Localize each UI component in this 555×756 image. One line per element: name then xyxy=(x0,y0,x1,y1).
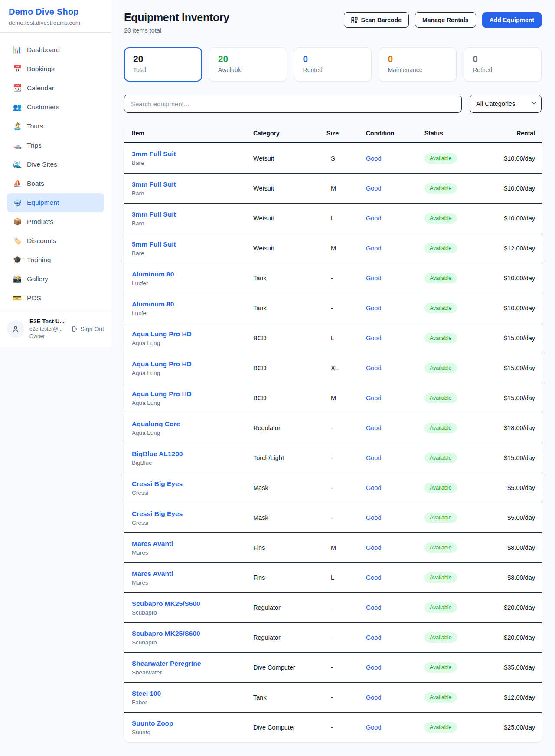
sidebar-item-pos[interactable]: 💳 POS xyxy=(7,289,104,308)
category-select[interactable]: All Categories xyxy=(470,95,542,113)
item-name-link[interactable]: 3mm Full Suit xyxy=(132,150,176,158)
condition-link[interactable]: Good xyxy=(366,604,381,611)
item-brand: Bare xyxy=(132,250,253,256)
category-cell: BCD xyxy=(253,335,320,342)
condition-link[interactable]: Good xyxy=(366,275,381,282)
condition-link[interactable]: Good xyxy=(366,484,381,491)
sidebar-item-dive-sites[interactable]: 🌊 Dive Sites xyxy=(7,155,104,174)
condition-link[interactable]: Good xyxy=(366,424,381,431)
stat-card-maintenance[interactable]: 0 Maintenance xyxy=(379,47,457,82)
sidebar-item-bookings[interactable]: 📅 Bookings xyxy=(7,59,104,79)
status-badge: Available xyxy=(424,423,457,433)
sidebar-item-calendar[interactable]: 📆 Calendar xyxy=(7,79,104,98)
status-badge: Available xyxy=(424,483,457,493)
col-header-category: Category xyxy=(253,130,320,137)
item-name-link[interactable]: Shearwater Peregrine xyxy=(132,660,201,667)
item-brand: BigBlue xyxy=(132,460,253,466)
status-cell: Available xyxy=(424,393,496,403)
item-name-link[interactable]: Scubapro MK25/S600 xyxy=(132,630,200,637)
user-email: e2e-tester@... xyxy=(29,326,67,332)
item-name-link[interactable]: BigBlue AL1200 xyxy=(132,450,183,457)
stat-card-retired[interactable]: 0 Retired xyxy=(464,47,542,82)
sidebar-item-gallery[interactable]: 📸 Gallery xyxy=(7,270,104,289)
condition-link[interactable]: Good xyxy=(366,544,381,551)
sidebar-item-tours[interactable]: 🏝️ Tours xyxy=(7,117,104,136)
size-cell: - xyxy=(320,484,366,491)
item-name-link[interactable]: 3mm Full Suit xyxy=(132,210,176,218)
item-brand: Aqua Lung xyxy=(132,370,253,376)
item-name-link[interactable]: Aqualung Core xyxy=(132,420,180,427)
condition-link[interactable]: Good xyxy=(366,185,381,192)
size-cell: L xyxy=(320,215,366,222)
stat-card-total[interactable]: 20 Total xyxy=(124,47,202,82)
item-name-link[interactable]: Mares Avanti xyxy=(132,570,173,577)
status-cell: Available xyxy=(424,213,496,224)
item-cell: 3mm Full Suit Bare xyxy=(132,150,253,166)
manage-rentals-button[interactable]: Manage Rentals xyxy=(415,12,476,28)
item-name-link[interactable]: Scubapro MK25/S600 xyxy=(132,600,200,607)
condition-link[interactable]: Good xyxy=(366,245,381,252)
condition-link[interactable]: Good xyxy=(366,664,381,671)
item-name-link[interactable]: Aluminum 80 xyxy=(132,300,174,308)
item-name-link[interactable]: Aqua Lung Pro HD xyxy=(132,330,192,338)
brand-name: Demo Dive Shop xyxy=(9,7,102,17)
category-cell: Regulator xyxy=(253,634,320,641)
item-name-link[interactable]: Cressi Big Eyes xyxy=(132,510,183,517)
barcode-icon xyxy=(351,17,358,23)
stat-label: Maintenance xyxy=(388,66,447,73)
condition-link[interactable]: Good xyxy=(366,305,381,312)
stat-card-available[interactable]: 20 Available xyxy=(209,47,287,82)
item-name-link[interactable]: 3mm Full Suit xyxy=(132,181,176,188)
condition-link[interactable]: Good xyxy=(366,394,381,401)
sign-out-label: Sign Out xyxy=(81,325,104,332)
condition-link[interactable]: Good xyxy=(366,155,381,162)
condition-link[interactable]: Good xyxy=(366,694,381,701)
status-badge: Available xyxy=(424,453,457,463)
sidebar-item-label: Trips xyxy=(27,141,42,149)
sidebar-item-training[interactable]: 🎓 Training xyxy=(7,250,104,270)
search-input[interactable] xyxy=(124,95,462,113)
status-cell: Available xyxy=(424,273,496,283)
main-content: Equipment Inventory 20 items total Scan … xyxy=(111,0,555,742)
condition-link[interactable]: Good xyxy=(366,365,381,371)
sign-out-button[interactable]: Sign Out xyxy=(71,325,104,332)
condition-link[interactable]: Good xyxy=(366,514,381,521)
sidebar-item-trips[interactable]: 🛥️ Trips xyxy=(7,136,104,155)
sidebar-item-boats[interactable]: ⛵ Boats xyxy=(7,174,104,193)
sidebar-item-label: Discounts xyxy=(27,237,56,245)
stat-card-rented[interactable]: 0 Rented xyxy=(294,47,372,82)
item-name-link[interactable]: Cressi Big Eyes xyxy=(132,480,183,487)
size-cell: XL xyxy=(320,365,366,371)
item-cell: 3mm Full Suit Bare xyxy=(132,210,253,227)
sidebar-item-dashboard[interactable]: 📊 Dashboard xyxy=(7,40,104,59)
page-header: Equipment Inventory 20 items total Scan … xyxy=(124,11,542,34)
item-name-link[interactable]: Mares Avanti xyxy=(132,540,173,547)
item-name-link[interactable]: Aluminum 80 xyxy=(132,270,174,278)
add-equipment-button[interactable]: Add Equipment xyxy=(482,12,542,28)
user-meta: E2E Test U... e2e-tester@... Owner xyxy=(29,318,67,339)
sidebar-item-customers[interactable]: 👥 Customers xyxy=(7,98,104,117)
sidebar-item-equipment[interactable]: 🤿 Equipment xyxy=(7,193,104,212)
condition-cell: Good xyxy=(366,394,424,402)
item-name-link[interactable]: Suunto Zoop xyxy=(132,720,173,727)
condition-cell: Good xyxy=(366,244,424,252)
condition-link[interactable]: Good xyxy=(366,574,381,581)
condition-link[interactable]: Good xyxy=(366,335,381,342)
item-name-link[interactable]: Aqua Lung Pro HD xyxy=(132,360,192,368)
condition-link[interactable]: Good xyxy=(366,215,381,222)
sidebar-item-products[interactable]: 📦 Products xyxy=(7,212,104,231)
size-cell: - xyxy=(320,275,366,282)
condition-link[interactable]: Good xyxy=(366,454,381,461)
condition-link[interactable]: Good xyxy=(366,724,381,731)
item-name-link[interactable]: Steel 100 xyxy=(132,690,161,697)
table-row: Aqua Lung Pro HD Aqua Lung BCD L Good Av… xyxy=(124,323,542,353)
table-row: 3mm Full Suit Bare Wetsuit L Good Availa… xyxy=(124,203,542,233)
condition-link[interactable]: Good xyxy=(366,634,381,641)
sign-out-icon xyxy=(71,325,78,332)
scan-barcode-button[interactable]: Scan Barcode xyxy=(344,12,409,28)
item-name-link[interactable]: Aqua Lung Pro HD xyxy=(132,390,192,398)
add-equipment-label: Add Equipment xyxy=(490,16,534,23)
size-cell: L xyxy=(320,574,366,581)
sidebar-item-discounts[interactable]: 🏷️ Discounts xyxy=(7,231,104,250)
item-name-link[interactable]: 5mm Full Suit xyxy=(132,240,176,248)
